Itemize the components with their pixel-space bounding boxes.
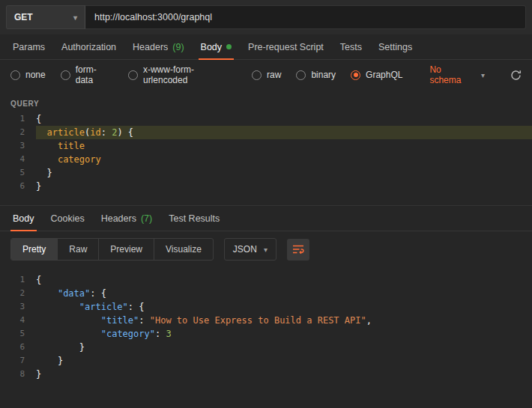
line-number: 3 <box>0 139 36 153</box>
code-text: "title": "How to Use Express to Build a … <box>36 314 532 327</box>
url-input[interactable]: http://localhost:3000/graphql <box>85 5 526 29</box>
body-mode-form-data[interactable]: form-data <box>61 64 113 85</box>
line-number: 4 <box>0 314 36 327</box>
radio-icon <box>296 70 306 80</box>
view-mode-raw[interactable]: Raw <box>57 239 98 260</box>
tab-label: Tests <box>340 42 362 52</box>
body-mode-label: GraphQL <box>366 70 402 80</box>
line-number: 7 <box>0 354 36 368</box>
body-modified-dot-icon <box>226 44 232 49</box>
line-number: 2 <box>0 126 36 139</box>
tab-label: Test Results <box>169 213 220 224</box>
response-section: Body Cookies Headers (7) Test Results Pr… <box>0 205 532 381</box>
body-mode-label: binary <box>311 70 336 80</box>
wrap-lines-button[interactable] <box>287 239 309 261</box>
line-number: 8 <box>0 368 36 381</box>
code-line[interactable]: 2 article(id: 2) { <box>0 126 532 139</box>
tab-authorization[interactable]: Authorization <box>53 34 124 59</box>
view-mode-pretty[interactable]: Pretty <box>11 239 57 260</box>
tab-label: Pre-request Script <box>248 42 324 52</box>
code-line[interactable]: 5 } <box>0 166 532 180</box>
code-text: title <box>36 139 532 153</box>
code-text: } <box>36 180 532 193</box>
line-number: 5 <box>0 166 36 180</box>
chevron-down-icon: ▾ <box>481 71 485 79</box>
code-line[interactable]: 6 } <box>0 341 532 354</box>
code-text: } <box>36 368 532 381</box>
radio-selected-icon <box>351 70 360 80</box>
code-line[interactable]: 6} <box>0 180 532 193</box>
request-tabs: Params Authorization Headers (9) Body Pr… <box>0 34 532 60</box>
refresh-schema-icon[interactable] <box>510 70 522 81</box>
code-text: "data": { <box>36 287 532 300</box>
response-tab-headers[interactable]: Headers (7) <box>93 206 161 231</box>
response-format-select[interactable]: JSON ▾ <box>224 238 276 261</box>
body-mode-label: raw <box>267 70 281 80</box>
line-number: 6 <box>0 180 36 193</box>
line-number: 6 <box>0 341 36 354</box>
body-mode-graphql[interactable]: GraphQL <box>351 70 402 80</box>
view-mode-preview[interactable]: Preview <box>98 239 154 260</box>
code-line[interactable]: 1{ <box>0 112 532 126</box>
code-line[interactable]: 8} <box>0 368 532 381</box>
radio-icon <box>61 70 70 80</box>
chevron-down-icon: ▾ <box>73 13 77 22</box>
tab-label: Authorization <box>61 42 116 52</box>
format-label: JSON <box>233 244 257 255</box>
response-tab-cookies[interactable]: Cookies <box>43 206 93 231</box>
query-editor[interactable]: 1{2 article(id: 2) {3 title4 category5 }… <box>0 112 532 193</box>
code-text: } <box>36 341 532 354</box>
tab-tests[interactable]: Tests <box>332 34 370 59</box>
code-text: "article": { <box>36 300 532 314</box>
line-number: 4 <box>0 153 36 166</box>
code-line[interactable]: 3 "article": { <box>0 300 532 314</box>
code-text: category <box>36 153 532 166</box>
code-text: { <box>36 273 532 287</box>
response-tab-test-results[interactable]: Test Results <box>160 206 228 231</box>
tab-label: Body <box>13 213 34 224</box>
code-text: } <box>36 354 532 368</box>
chevron-down-icon: ▾ <box>264 246 267 254</box>
code-line[interactable]: 7 } <box>0 354 532 368</box>
tab-label: Params <box>13 42 45 52</box>
wrap-lines-icon <box>292 244 304 255</box>
tab-pre-request-script[interactable]: Pre-request Script <box>240 34 332 59</box>
body-mode-label: form-data <box>76 64 113 85</box>
response-tab-body[interactable]: Body <box>4 206 43 231</box>
body-mode-none[interactable]: none <box>10 70 46 80</box>
query-label: QUERY <box>10 100 522 108</box>
line-number: 5 <box>0 327 36 341</box>
schema-select[interactable]: No schema ▾ <box>429 64 485 85</box>
body-mode-binary[interactable]: binary <box>296 70 336 80</box>
tab-label: Settings <box>378 42 412 52</box>
line-number: 3 <box>0 300 36 314</box>
tab-settings[interactable]: Settings <box>370 34 420 59</box>
tab-label: Headers <box>133 42 168 52</box>
body-mode-x-www-form-urlencoded[interactable]: x-www-form-urlencoded <box>128 64 237 85</box>
method-select[interactable]: GET ▾ <box>6 5 85 29</box>
tab-headers[interactable]: Headers (9) <box>124 34 193 59</box>
schema-label: No schema <box>429 64 474 85</box>
code-line[interactable]: 4 "title": "How to Use Express to Build … <box>0 314 532 327</box>
tab-params[interactable]: Params <box>4 34 53 59</box>
code-text: } <box>36 166 532 180</box>
radio-icon <box>252 70 262 80</box>
code-line[interactable]: 3 title <box>0 139 532 153</box>
code-line[interactable]: 4 category <box>0 153 532 166</box>
line-number: 2 <box>0 287 36 300</box>
code-line[interactable]: 1{ <box>0 273 532 287</box>
code-line[interactable]: 5 "category": 3 <box>0 327 532 341</box>
response-toolbar: Pretty Raw Preview Visualize JSON ▾ <box>0 231 532 267</box>
view-mode-visualize[interactable]: Visualize <box>154 239 213 260</box>
line-number: 1 <box>0 112 36 126</box>
response-editor[interactable]: 1{2 "data": {3 "article": {4 "title": "H… <box>0 273 532 381</box>
method-label: GET <box>14 12 33 22</box>
tab-label: Headers <box>101 213 136 224</box>
code-text: article(id: 2) { <box>36 126 532 139</box>
tab-body[interactable]: Body <box>193 34 241 59</box>
response-headers-count-badge: (7) <box>141 213 152 224</box>
tab-label: Body <box>201 42 223 52</box>
radio-icon <box>10 70 20 80</box>
body-mode-raw[interactable]: raw <box>252 70 281 80</box>
code-line[interactable]: 2 "data": { <box>0 287 532 300</box>
